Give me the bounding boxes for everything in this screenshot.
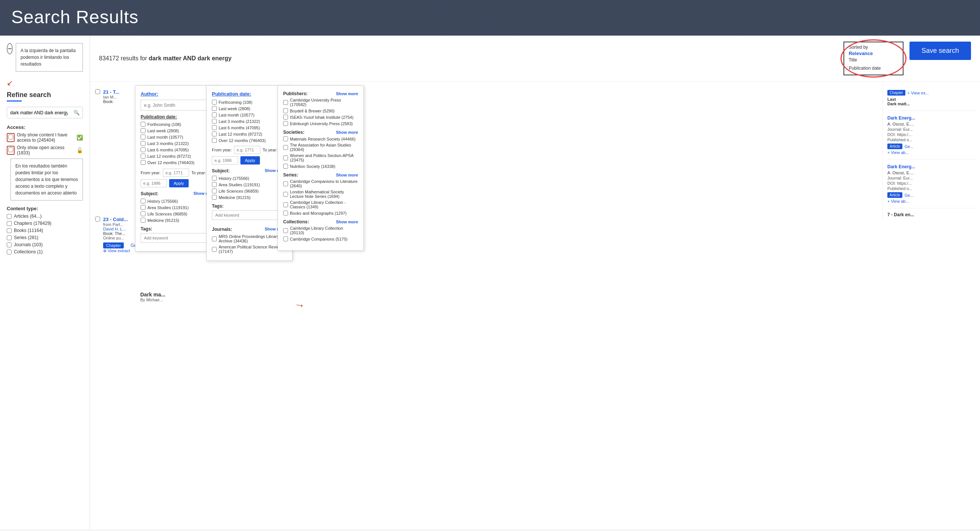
author-tags-section: Tags: (141, 226, 216, 246)
pubdate-fromto-row: From year: To year: Apply (212, 146, 287, 165)
refine-underline (7, 100, 22, 101)
content-type-books: Books (11164) (7, 228, 83, 233)
page-header: Search Results (0, 0, 980, 36)
result-21-checkbox[interactable] (95, 89, 100, 94)
get-link-1[interactable]: Ge... (905, 144, 914, 149)
collapse-button[interactable]: − (7, 43, 13, 54)
pubdate-6months: Last 6 months (47095) (141, 147, 216, 152)
dark-matter-title: Dark ma... (140, 292, 859, 298)
series-heading: Series: Show more (283, 173, 358, 178)
publishers-show-more[interactable]: Show more (336, 92, 358, 96)
dark-energy-title-2[interactable]: Dark Energ... (887, 164, 975, 170)
author-apply-button[interactable]: Apply (169, 179, 189, 187)
sort-pubdate-option[interactable]: Publication date (849, 65, 898, 73)
to-year-input[interactable] (141, 179, 167, 187)
pubdate-subject-title: Subject: Show more (212, 168, 287, 173)
dark-matter-area: Dark ma... By Michae... (135, 288, 864, 306)
right-number-7: 7 - Dark en... (887, 212, 975, 217)
access-checkbox-2[interactable] (8, 147, 13, 152)
page-title: Search Results (11, 7, 969, 27)
pubdate-to-year[interactable] (212, 156, 238, 165)
sidebar-search-input[interactable] (7, 108, 70, 118)
result-21-author: Ian M... (103, 95, 119, 99)
author-input[interactable] (141, 100, 203, 110)
collections-heading: Collections: Show more (283, 219, 358, 225)
article-badge-1: Article (887, 144, 902, 149)
right-results-column: Chapter + View ex... Last Dark matt... D… (883, 82, 980, 221)
publishers-filter-panel: Publishers: Show more Cambridge Universi… (278, 86, 364, 251)
pubdate-journals-title: Journals: Show more (212, 227, 287, 232)
dark-matter-by: By Michae... (140, 298, 859, 302)
author-panel-pubdate: Publication date: Forthcoming (108) Last… (141, 114, 216, 165)
content-type-series: Series (281) (7, 235, 83, 240)
dark-energy-journal-1: Journal: Eur... (887, 127, 975, 132)
sort-relevance[interactable]: Relevance (849, 51, 898, 56)
content-type-chapters: Chapters (178429) (7, 221, 83, 226)
author-panel-title: Author: (141, 91, 216, 97)
top-bar: 834172 results for dark matter AND dark … (90, 36, 980, 82)
content-area: 834172 results for dark matter AND dark … (90, 36, 980, 529)
content-type-collections: Collections (1) (7, 249, 83, 254)
collections-checkbox[interactable] (7, 250, 12, 254)
author-tags-title: Tags: (141, 226, 216, 231)
dark-matt-label: Dark matt... (887, 101, 975, 106)
author-input-row[interactable]: 🔍 (141, 100, 216, 111)
arrow-indicator-1: ↙ (7, 78, 83, 87)
access-option-2: Only show open access (1833) 🔓 (7, 145, 83, 155)
chapters-checkbox[interactable] (7, 221, 12, 226)
sort-title-option[interactable]: Title (849, 56, 898, 65)
publishers-section: Publishers: Show more Cambridge Universi… (283, 91, 358, 126)
author-fromto-row: From year: To year: Apply (141, 169, 216, 187)
view-ab-2[interactable]: + View ab... (887, 199, 975, 203)
access-option-2-label: Only show open access (1833) (17, 145, 74, 155)
refine-title: Refine search (7, 91, 83, 99)
dark-energy-doi-2: DOI: https:/... (887, 181, 975, 185)
societies-heading: Societies: Show more (283, 130, 358, 135)
series-section: Series: Show more Cambridge Companions t… (283, 173, 358, 216)
sorted-by-label: Sorted by (849, 44, 898, 50)
access-option-1-label: Only show content I have access to (2454… (17, 132, 74, 143)
sort-dropdown[interactable]: Sorted by Relevance Title Publication da… (843, 41, 904, 75)
dark-energy-pub-1: Published o... (887, 138, 975, 142)
societies-show-more[interactable]: Show more (336, 130, 358, 135)
dark-energy-pub-2: Published o... (887, 186, 975, 191)
dark-energy-journal-2: Journal: Eur... (887, 176, 975, 180)
top-bar-right: Sorted by Relevance Title Publication da… (843, 41, 971, 75)
articles-checkbox[interactable] (7, 214, 12, 219)
author-pubdate-title: Publication date: (141, 114, 216, 119)
pubdate-tags-input[interactable] (212, 210, 287, 220)
view-extract-right[interactable]: + View ex... (908, 91, 929, 95)
search-icon[interactable]: 🔍 (70, 107, 83, 118)
result-21-number: 21 - T... (103, 89, 119, 95)
series-show-more[interactable]: Show more (336, 173, 358, 177)
pubdate-apply-button[interactable]: Apply (240, 156, 260, 165)
save-search-button[interactable]: Save search (910, 41, 971, 60)
overlay-container: 21 - T... Ian M... Book: 23 - Cold... fr… (90, 82, 980, 344)
main-layout: − A la izquierda de la pantalla podemos … (0, 36, 980, 529)
pubdate-from-year[interactable] (234, 146, 260, 154)
journals-checkbox[interactable] (7, 243, 12, 247)
article-badge-2: Article (887, 192, 902, 198)
result-21-type: Book: (103, 99, 119, 104)
get-link-2[interactable]: Ge... (905, 193, 914, 198)
access-label: Access: (7, 124, 83, 130)
tooltip-box-2: En los resultados también puedes limitar… (11, 159, 83, 200)
dark-energy-title-1[interactable]: Dark Energ... (887, 116, 975, 120)
open-access-icon: 🔓 (76, 147, 83, 153)
red-arrow-pubdate: → (293, 298, 305, 312)
chapter-badge: Chapter (887, 90, 905, 95)
author-subject-title: Subject: Show more (141, 191, 216, 197)
author-tags-input[interactable] (141, 233, 216, 243)
result-23-checkbox[interactable] (95, 217, 100, 222)
books-checkbox[interactable] (7, 228, 12, 233)
pubdate-3months: Last 3 months (21322) (141, 141, 216, 146)
series-checkbox[interactable] (7, 235, 12, 240)
access-checkbox-1[interactable] (8, 135, 13, 139)
last-label: Last (887, 97, 975, 101)
from-year-input[interactable] (163, 169, 189, 177)
content-type-label: Content type: (7, 206, 83, 211)
pubdate-journals-section: Journals: Show more MRS Online Proceedin… (212, 227, 287, 254)
sidebar-search-bar[interactable]: 🔍 (7, 107, 83, 119)
collections-show-more[interactable]: Show more (336, 220, 358, 224)
view-ab-1[interactable]: + View ab... (887, 150, 975, 155)
